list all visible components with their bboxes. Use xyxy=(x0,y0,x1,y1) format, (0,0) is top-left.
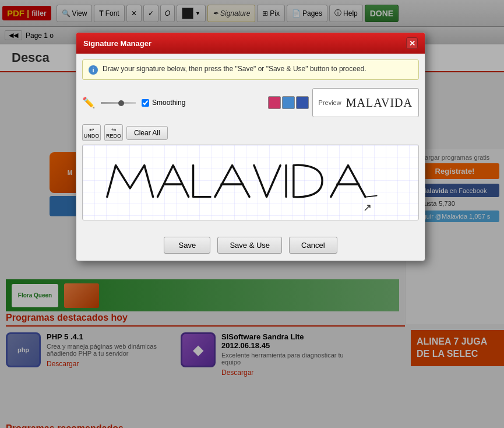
actions-row: ↩ UNDO ↪ REDO Clear All xyxy=(82,124,419,141)
smoothing-label: Smoothing xyxy=(152,99,185,107)
dark-blue-swatch[interactable] xyxy=(296,96,309,109)
instruction-box: i Draw your signature below, then press … xyxy=(82,59,419,80)
redo-arrow-icon: ↪ xyxy=(111,127,116,133)
pink-swatch[interactable] xyxy=(268,96,281,109)
tools-row: ✏️ Smoothing Preview xyxy=(82,86,419,120)
signature-canvas[interactable]: ↗ xyxy=(82,145,419,220)
save-use-button[interactable]: Save & Use xyxy=(217,237,282,254)
signature-manager-modal: Signature Manager ✕ i Draw your signatur… xyxy=(76,32,425,261)
thickness-slider[interactable] xyxy=(101,102,136,104)
instruction-text: Draw your signature below, then press th… xyxy=(103,65,366,73)
cancel-button[interactable]: Cancel xyxy=(289,237,337,254)
modal-titlebar: Signature Manager ✕ xyxy=(76,33,425,54)
preview-box: Preview MALAVIDA xyxy=(312,88,419,117)
modal-body: i Draw your signature below, then press … xyxy=(76,54,425,233)
slider-handle xyxy=(118,100,124,106)
modal-title: Signature Manager xyxy=(83,39,151,48)
preview-signature: MALAVIDA xyxy=(346,96,413,110)
slider-track xyxy=(101,102,136,104)
redo-button[interactable]: ↪ REDO xyxy=(104,124,123,141)
cursor: ↗ xyxy=(363,201,372,214)
clear-all-button[interactable]: Clear All xyxy=(126,126,168,140)
undo-arrow-icon: ↩ xyxy=(89,127,94,133)
undo-button[interactable]: ↩ UNDO xyxy=(82,124,101,141)
color-swatches xyxy=(268,96,309,109)
pen-icon: ✏️ xyxy=(82,96,95,109)
save-button[interactable]: Save xyxy=(164,237,210,254)
blue-swatch[interactable] xyxy=(282,96,295,109)
modal-close-button[interactable]: ✕ xyxy=(406,37,418,49)
smoothing-control: Smoothing xyxy=(142,99,185,107)
modal-footer: Save Save & Use Cancel xyxy=(76,233,425,261)
smoothing-checkbox[interactable] xyxy=(142,99,149,107)
preview-label: Preview xyxy=(319,99,341,106)
info-icon: i xyxy=(89,65,98,75)
